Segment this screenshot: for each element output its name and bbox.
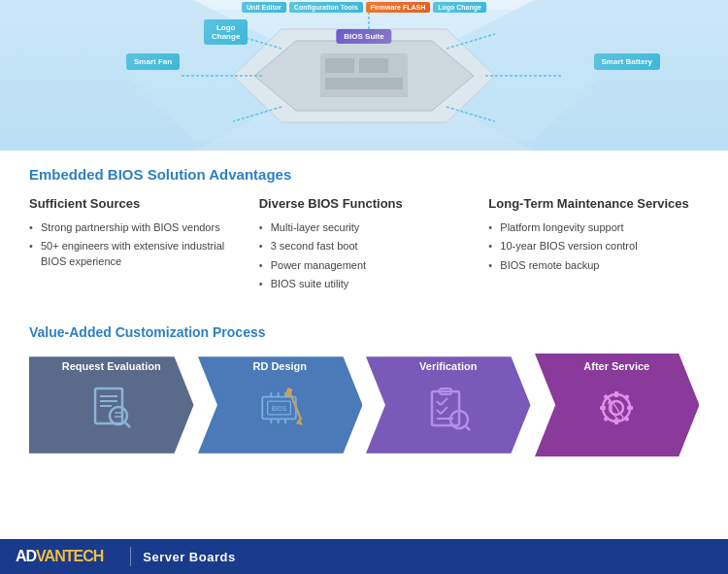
logo-change-tag: Logo Change [433,2,486,13]
sufficient-sources-col: Sufficient Sources Strong partnership wi… [29,196,259,295]
bullet-version-control: 10-year BIOS version control [488,239,699,253]
footer-divider [130,547,131,566]
step-rd-label: RD Design [247,355,313,375]
step-request: Request Evaluation [29,352,194,458]
bullet-utility: BIOS suite utility [259,277,470,291]
svg-line-44 [441,407,447,414]
after-icon [590,382,644,435]
logo-change-label: LogoChange [204,19,248,45]
svg-rect-8 [325,78,403,89]
svg-rect-57 [604,416,610,422]
process-title: Value-Added Customization Process [29,324,699,340]
step-rd: RD Design BIOS [198,352,363,458]
bullet-engineers: 50+ engineers with extensive industrial … [29,239,240,269]
step-verify-label: Verification [414,355,482,375]
process-steps: Request Evaluation [29,352,699,458]
sufficient-sources-title: Sufficient Sources [29,196,240,213]
longterm-col: Long-Term Maintenance Services Platform … [488,196,699,295]
diverse-bios-title: Diverse BIOS Functions [259,196,470,213]
svg-rect-51 [614,391,618,397]
svg-rect-7 [359,58,388,73]
rd-icon: BIOS [253,382,307,435]
process-section: Value-Added Customization Process Reques… [0,324,728,458]
diverse-bios-list: Multi-layer security 3 second fast boot … [259,220,470,292]
step-request-label: Request Evaluation [56,355,167,375]
bullet-partnership: Strong partnership with BIOS vendors [29,220,240,235]
verify-icon [421,382,475,435]
advantages-grid: Sufficient Sources Strong partnership wi… [29,196,699,295]
logo-ad: AD [16,548,36,564]
svg-rect-6 [325,58,354,73]
diverse-bios-col: Diverse BIOS Functions Multi-layer secur… [259,196,489,295]
sufficient-sources-list: Strong partnership with BIOS vendors 50+… [29,220,240,269]
logo-van: VANTECH [36,548,103,564]
svg-rect-53 [600,406,606,410]
svg-line-47 [465,425,470,430]
svg-rect-54 [627,406,633,410]
footer-tagline: Server Boards [143,550,235,564]
top-diagram-section: Unit Editor Configuration Tools Firmware… [0,0,728,151]
smart-fan-label: Smart Fan [126,53,180,70]
firmware-flash-tag: Firmware FLASH [366,2,430,13]
svg-text:BIOS: BIOS [272,405,287,412]
main-content: Embedded BIOS Solution Advantages Suffic… [0,151,728,324]
request-icon [84,382,138,435]
longterm-title: Long-Term Maintenance Services [488,196,699,213]
unit-editor-tag: Unit Editor [242,2,286,13]
bullet-power: Power management [259,258,470,273]
section-title: Embedded BIOS Solution Advantages [29,166,699,183]
svg-rect-56 [624,394,630,400]
svg-line-22 [124,422,130,427]
svg-rect-58 [624,416,630,422]
step-verify: Verification [366,352,531,458]
step-after: After Service [535,352,700,458]
footer: ADVANTECH Server Boards [0,539,728,574]
longterm-list: Platform longevity support 10-year BIOS … [488,220,699,273]
bullet-security: Multi-layer security [259,220,470,235]
footer-logo: ADVANTECH [0,548,118,565]
bios-suite-box: BIOS Suite [336,29,391,44]
svg-line-42 [441,398,447,405]
step-after-label: After Service [578,355,655,375]
bullet-fastboot: 3 second fast boot [259,239,470,253]
smart-battery-label: Smart Battery [594,53,660,70]
bullet-remote-backup: BIOS remote backup [488,258,699,273]
bullet-longevity: Platform longevity support [488,220,699,235]
config-tools-tag: Configuration Tools [289,2,363,13]
